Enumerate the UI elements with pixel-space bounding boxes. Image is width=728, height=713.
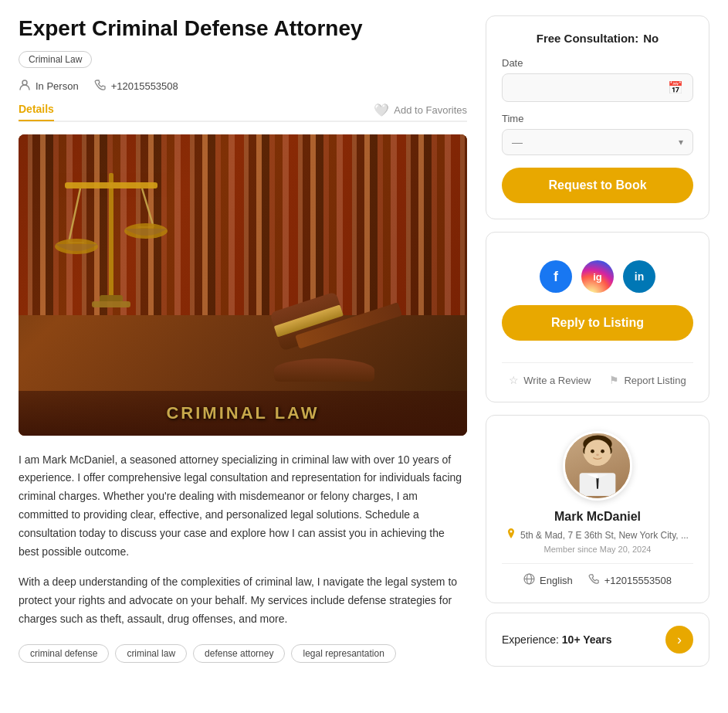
free-consultation-row: Free Consultation: No [502, 32, 693, 45]
person-icon [19, 79, 31, 93]
svg-rect-2 [65, 182, 157, 188]
report-listing-label: Report Listing [624, 375, 686, 386]
profile-phone-icon [588, 573, 600, 587]
avatar-svg [565, 433, 630, 498]
phone-item: +12015553508 [94, 79, 178, 93]
tag-criminal-law: criminal law [115, 644, 187, 663]
profile-card: Mark McDaniel 5th & Mad, 7 E 36th St, Ne… [486, 415, 709, 603]
banner-text: CRIMINAL LAW [31, 403, 455, 423]
experience-card: Experience: 10+ Years › [486, 613, 709, 667]
date-label: Date [502, 57, 693, 69]
svg-point-17 [596, 453, 599, 456]
time-label: Time [502, 113, 693, 124]
date-input-wrapper[interactable]: 📅 [502, 73, 693, 102]
profile-meta-row: English +12015553508 [502, 563, 693, 587]
tag-defense-attorney: defense attorney [193, 644, 285, 663]
report-listing-action[interactable]: ⚑ Report Listing [609, 374, 686, 386]
heart-icon: 🤍 [374, 103, 389, 117]
date-input[interactable] [512, 82, 668, 94]
profile-avatar [563, 431, 632, 501]
experience-arrow-button[interactable]: › [665, 626, 693, 654]
address-text: 5th & Mad, 7 E 36th St, New York City, .… [520, 530, 689, 541]
time-field: Time — 09:00 AM 10:00 AM 11:00 AM 12:00 … [502, 113, 693, 155]
svg-line-3 [69, 188, 80, 243]
description-1: I am Mark McDaniel, a seasoned attorney … [19, 451, 467, 562]
phone-number: +12015553508 [111, 80, 178, 92]
svg-rect-1 [109, 173, 113, 297]
divider [502, 362, 693, 363]
sidebar: Free Consultation: No Date 📅 Time — 09:0… [486, 15, 709, 667]
profile-name: Mark McDaniel [502, 510, 693, 524]
chevron-down-icon: ▾ [679, 137, 683, 148]
booking-card: Free Consultation: No Date 📅 Time — 09:0… [486, 15, 709, 219]
scales-svg [42, 158, 181, 328]
add-favorites-button[interactable]: 🤍 Add to Favorites [374, 103, 467, 117]
gavel-group [274, 301, 405, 382]
svg-line-6 [142, 188, 154, 227]
meta-row: In Person +12015553508 [19, 79, 467, 93]
instagram-button[interactable]: ig [581, 260, 614, 293]
social-row: f ig in [502, 260, 693, 293]
svg-point-22 [510, 531, 513, 533]
phone-icon [94, 79, 107, 93]
language-item: English [523, 573, 573, 587]
linkedin-button[interactable]: in [623, 260, 655, 293]
listing-title: Expert Criminal Defense Attorney [19, 15, 467, 42]
experience-label: Experience: [502, 633, 559, 646]
avatar-image [565, 433, 630, 498]
experience-text: Experience: 10+ Years [502, 633, 612, 646]
globe-icon [523, 573, 535, 587]
time-select[interactable]: — 09:00 AM 10:00 AM 11:00 AM 12:00 PM 02… [512, 136, 679, 148]
svg-rect-10 [92, 301, 130, 307]
description-2: With a deep understanding of the complex… [19, 573, 467, 628]
tag-criminal-defense: criminal defense [19, 644, 109, 663]
image-banner: CRIMINAL LAW [19, 391, 467, 436]
time-select-wrapper[interactable]: — 09:00 AM 10:00 AM 11:00 AM 12:00 PM 02… [502, 129, 693, 155]
add-favorites-label: Add to Favorites [394, 104, 467, 116]
reply-to-listing-button[interactable]: Reply to Listing [502, 305, 693, 341]
actions-row: ☆ Write a Review ⚑ Report Listing [502, 374, 693, 386]
experience-value: 10+ Years [562, 633, 612, 646]
tabs-row: Details 🤍 Add to Favorites [19, 103, 467, 122]
social-reply-card: f ig in Reply to Listing ☆ Write a Revie… [486, 232, 709, 402]
tags-row: criminal defense criminal law defense at… [19, 644, 467, 663]
facebook-button[interactable]: f [540, 260, 572, 293]
star-icon: ☆ [509, 374, 519, 386]
main-content: Expert Criminal Defense Attorney Crimina… [19, 15, 467, 667]
category-badge: Criminal Law [19, 51, 92, 68]
svg-point-0 [22, 80, 27, 85]
svg-point-15 [591, 450, 594, 453]
profile-address: 5th & Mad, 7 E 36th St, New York City, .… [502, 528, 693, 542]
listing-image: CRIMINAL LAW [19, 134, 467, 436]
write-review-action[interactable]: ☆ Write a Review [509, 374, 591, 386]
contact-type-item: In Person [19, 79, 79, 93]
contact-type-label: In Person [36, 80, 79, 92]
free-consultation-value: No [643, 32, 659, 45]
flag-icon: ⚑ [609, 374, 619, 386]
write-review-label: Write a Review [523, 375, 591, 386]
language-label: English [540, 575, 573, 586]
tab-details[interactable]: Details [19, 103, 54, 121]
free-consultation-label: Free Consultation: [537, 32, 639, 45]
calendar-icon: 📅 [668, 80, 683, 95]
svg-point-14 [584, 440, 611, 466]
svg-point-16 [601, 450, 604, 453]
profile-phone-item: +12015553508 [588, 573, 672, 587]
request-to-book-button[interactable]: Request to Book [502, 168, 693, 203]
tag-legal-rep: legal represantation [291, 644, 395, 663]
date-field: Date 📅 [502, 57, 693, 102]
member-since: Member since May 20, 2024 [502, 545, 693, 554]
profile-phone-number: +12015553508 [604, 575, 672, 586]
location-icon [506, 528, 516, 542]
